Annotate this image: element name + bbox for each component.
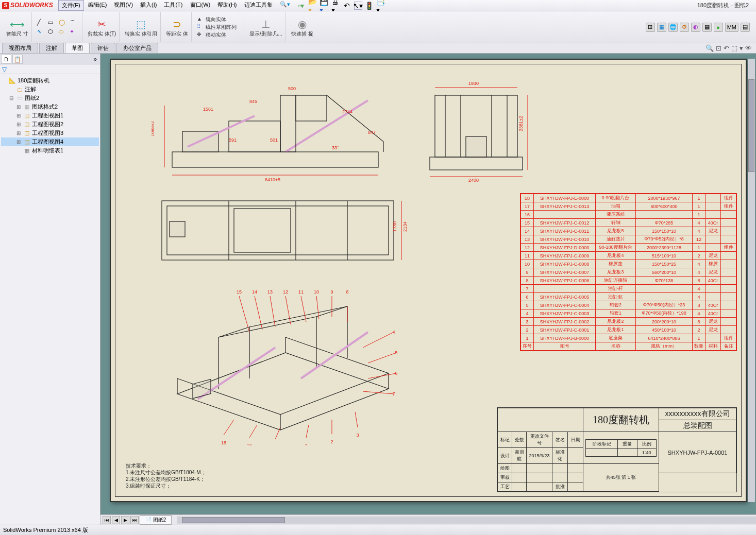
circle-icon[interactable]: ◯	[59, 19, 68, 27]
sheet-prev-icon[interactable]: ◀	[112, 516, 120, 524]
tab-annotation[interactable]: 注解	[39, 43, 64, 53]
vertical-scrollbar[interactable]	[748, 59, 755, 502]
tab-sketch[interactable]: 草图	[65, 43, 90, 53]
svg-rect-32	[162, 201, 394, 260]
new-icon[interactable]: ▫▾	[297, 2, 306, 10]
sheet-first-icon[interactable]: ⏮	[103, 516, 111, 524]
select-icon[interactable]: ↖▾	[354, 2, 362, 10]
tree-view3[interactable]: ⊞◫工程图视图3	[1, 129, 99, 137]
linear-pattern-button[interactable]: ⠿线性草图阵列	[197, 24, 237, 31]
side-tab-strip: 🗋 📋 »	[0, 54, 100, 65]
ribbon-quick-snap[interactable]: ◉ 快速捕 捉	[288, 12, 316, 42]
svg-text:7: 7	[392, 391, 395, 396]
tree-view1[interactable]: ⊞◫工程图视图1	[1, 111, 99, 120]
ric-7[interactable]: ●	[714, 23, 723, 32]
open-icon[interactable]: 📂▾	[309, 2, 317, 10]
convert-icon: ⬚	[136, 18, 146, 30]
ric-9[interactable]: ▤	[741, 23, 750, 32]
save-icon[interactable]: 💾▾	[320, 2, 328, 10]
spline-icon[interactable]: ∿	[37, 28, 46, 35]
tab-evaluate[interactable]: 评估	[91, 43, 115, 53]
sheet-icon: ▭	[16, 95, 23, 102]
sheet-tab-2[interactable]: 📄 图纸2	[140, 515, 172, 525]
menu-window[interactable]: 窗口(W)	[187, 0, 214, 11]
tree-format[interactable]: ⊞▦图纸格式2	[1, 102, 99, 111]
svg-text:1730: 1730	[392, 221, 397, 232]
drawing-view-3[interactable]: 1730 2134	[152, 191, 409, 270]
menu-view[interactable]: 视图(V)	[111, 0, 136, 11]
tree-view4[interactable]: ⊞◫工程图视图4	[1, 137, 99, 146]
side-expand-icon[interactable]: »	[91, 56, 99, 63]
tree-annotations[interactable]: 🗀注解	[1, 85, 99, 94]
section-icon[interactable]: ⬚	[731, 44, 737, 52]
filter-icon[interactable]: ▽	[0, 65, 100, 74]
drawing-view-4[interactable]: 15141312111098 1816171234567	[146, 275, 419, 445]
ric-2[interactable]: ▦	[657, 23, 666, 32]
view-icon: ◫	[23, 121, 30, 128]
menu-edit[interactable]: 编辑(E)	[85, 0, 110, 11]
view-icon: ◫	[23, 139, 30, 146]
menu-search-icon[interactable]: 🔍▾	[277, 0, 293, 11]
menu-help[interactable]: 帮助(H)	[214, 0, 240, 11]
ric-4[interactable]: ⚙	[680, 23, 689, 32]
ric-3[interactable]: 🌐	[668, 23, 678, 32]
hide-show-icon[interactable]: 👁	[745, 44, 752, 52]
ribbon-smart-dim[interactable]: ⟷ 智能尺 寸	[3, 12, 32, 42]
line-icon[interactable]: ╱	[37, 19, 46, 27]
svg-line-45	[239, 296, 249, 332]
graphics-area: 6410±5 1088±2 1561 845 500 591 501 2744 …	[100, 54, 756, 525]
solidworks-icon: S	[2, 2, 9, 9]
zoom-fit-icon[interactable]: 🔍	[705, 44, 714, 52]
mirror-button[interactable]: ▲镜向实体	[197, 16, 237, 23]
point-icon[interactable]: ✦	[70, 28, 79, 35]
print-icon[interactable]: 🖨▾	[331, 2, 340, 10]
drawing-view-2[interactable]: 1930 2381±2 2400	[419, 75, 533, 183]
tree-sheet2[interactable]: ⊟▭图纸2	[1, 94, 99, 102]
main-menu: 文件(F) 编辑(E) 视图(V) 插入(I) 工具(T) 窗口(W) 帮助(H…	[58, 0, 293, 11]
ribbon-display-delete[interactable]: ⊥ 显示/删 除几...	[246, 12, 286, 42]
display-style-icon[interactable]: ▾	[740, 44, 743, 52]
tab-office[interactable]: 办公室产品	[116, 43, 158, 53]
svg-rect-5	[280, 95, 296, 152]
drawing-view-1[interactable]: 6410±5 1088±2 1561 845 500 591 501 2744 …	[152, 75, 399, 183]
arc-icon[interactable]: ⌒	[70, 19, 79, 27]
ribbon-offset[interactable]: ⊃ 等距实 体	[163, 12, 192, 42]
command-tabs: 视图布局 注解 草图 评估 办公室产品 🔍 ⊡ ↶ ⬚ ▾ 👁	[0, 43, 756, 54]
horizontal-scrollbar[interactable]	[177, 516, 756, 524]
tree-root[interactable]: 📐180度翻转机	[1, 76, 99, 85]
menu-maidi[interactable]: 迈迪工具集	[241, 0, 276, 11]
menu-insert[interactable]: 插入(I)	[137, 0, 160, 11]
svg-text:8: 8	[346, 289, 348, 295]
options-icon[interactable]: 📑▾	[377, 2, 385, 10]
ribbon-convert[interactable]: ⬚ 转换实 体引用	[122, 12, 161, 42]
menu-file[interactable]: 文件(F)	[58, 0, 84, 11]
sheet-last-icon[interactable]: ⏭	[130, 516, 139, 524]
ric-1[interactable]: ⊞	[646, 23, 655, 32]
polygon-icon[interactable]: ⬡	[48, 28, 57, 35]
tree-bom[interactable]: ▦材料明细表1	[1, 146, 99, 155]
title-block[interactable]: 180度翻转机 xxxxxxxxxx有限公司 总装配图 标记 处数 更改文件号 …	[497, 407, 737, 492]
ric-mm[interactable]: MM	[725, 23, 738, 32]
bom-table[interactable]: 18SHXYHJW-FPJ-E-00000-90度翻片台2000*1930*96…	[520, 193, 737, 351]
rebuild-icon[interactable]: 🚦	[365, 2, 374, 10]
ric-6[interactable]: ▦	[702, 23, 712, 32]
rect-icon[interactable]: ▭	[48, 19, 57, 27]
sheet-next-icon[interactable]: ▶	[121, 516, 129, 524]
ric-5[interactable]: ◐	[691, 23, 700, 32]
prev-view-icon[interactable]: ↶	[724, 44, 729, 52]
undo-icon[interactable]: ↶	[343, 2, 351, 10]
side-tab-property-icon[interactable]: 📋	[12, 55, 23, 64]
menu-tools[interactable]: 工具(T)	[161, 0, 186, 11]
status-text: SolidWorks Premium 2013 x64 版	[3, 526, 88, 534]
svg-line-68	[306, 425, 309, 438]
zoom-area-icon[interactable]: ⊡	[716, 44, 721, 52]
move-button[interactable]: ✥移动实体	[197, 31, 237, 39]
side-tab-feature-icon[interactable]: 🗋	[1, 55, 11, 64]
ribbon-trim[interactable]: ✂ 剪裁实 体(T)	[85, 12, 120, 42]
drawing-sheet: 6410±5 1088±2 1561 845 500 591 501 2744 …	[110, 59, 747, 502]
quick-toolbar: ▫▾ 📂▾ 💾▾ 🖨▾ ↶ ↖▾ 🚦 📑▾	[297, 2, 385, 10]
tree-view2[interactable]: ⊞◫工程图视图2	[1, 120, 99, 129]
ellipse-icon[interactable]: ⬭	[59, 28, 68, 35]
drawing-canvas[interactable]: 6410±5 1088±2 1561 845 500 591 501 2744 …	[100, 54, 756, 514]
tab-view-layout[interactable]: 视图布局	[2, 43, 38, 53]
